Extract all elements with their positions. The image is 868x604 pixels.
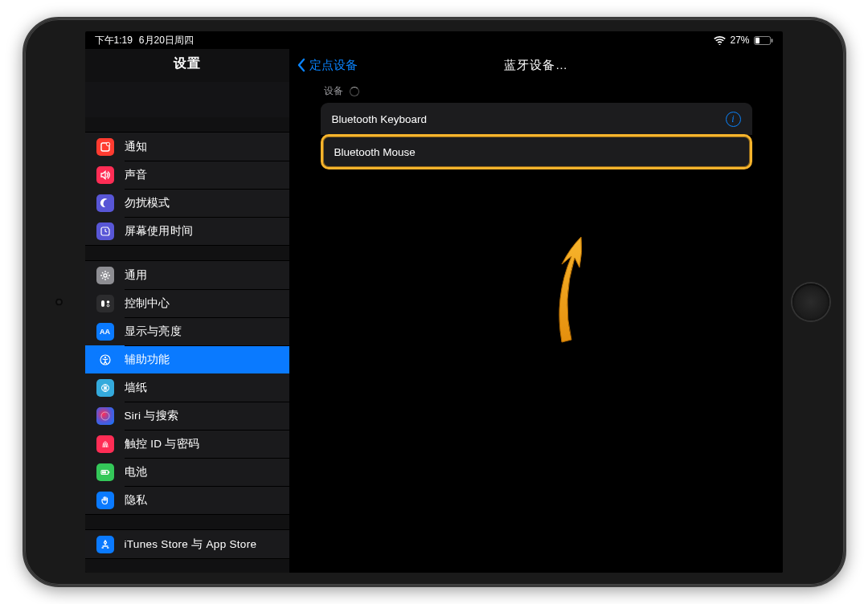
dnd-icon: [96, 194, 114, 212]
svg-point-8: [107, 304, 109, 307]
battery-icon: [754, 36, 773, 45]
device-label: Bluetooth Keyboard: [332, 113, 428, 125]
siri-icon: [96, 407, 114, 425]
sidebar-item-label: 控制中心: [125, 296, 170, 311]
sidebar-item-label: 墙纸: [125, 381, 148, 395]
sidebar-item-label: 触控 ID 与密码: [125, 437, 200, 451]
detail-panel: 定点设备 蓝牙设备… 设备 Bluetooth Keyboard i: [290, 49, 783, 573]
sidebar-item-label: 声音: [125, 168, 148, 182]
control-center-icon: [96, 295, 114, 312]
device-row-mouse[interactable]: Bluetooth Mouse: [321, 134, 752, 169]
settings-sidebar[interactable]: 设置 通知 声音: [85, 49, 290, 573]
sidebar-item-screentime[interactable]: 屏幕使用时间: [85, 217, 289, 245]
svg-rect-6: [101, 300, 104, 307]
general-icon: [96, 267, 114, 284]
sidebar-group-2: 通用 控制中心 AA 显示与亮度: [85, 260, 289, 515]
front-camera: [55, 299, 63, 306]
sidebar-item-privacy[interactable]: 隐私: [85, 486, 289, 514]
sidebar-item-battery[interactable]: 电池: [85, 458, 289, 486]
sidebar-item-label: 隐私: [125, 493, 148, 508]
sidebar-item-label: 屏幕使用时间: [125, 224, 194, 239]
svg-point-4: [106, 142, 109, 145]
sidebar-item-itunes[interactable]: iTunes Store 与 App Store: [85, 530, 289, 558]
svg-rect-15: [108, 471, 109, 472]
display-icon: AA: [96, 323, 114, 341]
svg-point-12: [104, 386, 106, 389]
device-label: Bluetooth Mouse: [334, 146, 416, 158]
status-date: 6月20日周四: [139, 34, 194, 47]
svg-point-5: [104, 274, 107, 277]
devices-list: Bluetooth Keyboard i Bluetooth Mouse: [290, 103, 783, 169]
sidebar-item-display[interactable]: AA 显示与亮度: [85, 317, 289, 345]
annotation-arrow: [547, 234, 604, 357]
sidebar-item-control-center[interactable]: 控制中心: [85, 289, 289, 317]
ipad-frame: 下午1:19 6月20日周四 27% 设置: [23, 17, 846, 587]
sidebar-title: 设置: [85, 49, 289, 82]
back-button[interactable]: 定点设备: [290, 58, 358, 73]
sidebar-item-sounds[interactable]: 声音: [85, 161, 289, 189]
svg-point-10: [104, 356, 105, 357]
sidebar-item-label: 勿扰模式: [125, 196, 170, 210]
sidebar-item-notifications[interactable]: 通知: [85, 133, 289, 161]
svg-point-13: [101, 412, 109, 420]
sidebar-item-label: 通用: [125, 268, 148, 283]
status-bar: 下午1:19 6月20日周四 27%: [85, 31, 783, 49]
svg-rect-1: [755, 37, 759, 43]
touchid-icon: [96, 435, 114, 453]
account-row[interactable]: [85, 82, 289, 117]
spinner-icon: [350, 87, 359, 96]
notifications-icon: [96, 138, 114, 156]
sidebar-item-label: iTunes Store 与 App Store: [125, 537, 257, 552]
sounds-icon: [96, 166, 114, 184]
svg-point-7: [106, 300, 109, 304]
sidebar-item-label: Siri 与搜索: [125, 409, 179, 423]
detail-nav: 定点设备 蓝牙设备…: [290, 49, 783, 81]
svg-rect-2: [771, 39, 772, 43]
sidebar-item-touchid[interactable]: 触控 ID 与密码: [85, 430, 289, 458]
detail-title: 蓝牙设备…: [504, 58, 568, 73]
wallpaper-icon: [96, 379, 114, 397]
svg-rect-16: [102, 471, 106, 473]
sidebar-item-label: 电池: [125, 465, 148, 480]
devices-header: 设备: [290, 81, 783, 103]
accessibility-icon: [96, 351, 114, 369]
wifi-icon: [714, 36, 726, 45]
back-label: 定点设备: [309, 58, 358, 73]
home-button[interactable]: [792, 284, 829, 320]
device-row-keyboard[interactable]: Bluetooth Keyboard i: [321, 103, 752, 135]
sidebar-item-dnd[interactable]: 勿扰模式: [85, 189, 289, 217]
sidebar-item-siri[interactable]: Siri 与搜索: [85, 402, 289, 430]
battery-settings-icon: [96, 463, 114, 481]
sidebar-item-accessibility[interactable]: 辅助功能: [85, 345, 289, 373]
privacy-icon: [96, 492, 114, 509]
sidebar-item-label: 辅助功能: [125, 353, 170, 367]
sidebar-item-label: 通知: [125, 140, 148, 154]
appstore-icon: [96, 536, 114, 553]
info-icon[interactable]: i: [726, 112, 741, 127]
devices-header-label: 设备: [324, 84, 343, 98]
sidebar-group-1: 通知 声音 勿扰模式: [85, 132, 289, 246]
status-time: 下午1:19: [95, 34, 133, 47]
sidebar-group-3: iTunes Store 与 App Store: [85, 529, 289, 559]
screentime-icon: [96, 222, 114, 240]
sidebar-item-label: 显示与亮度: [125, 324, 182, 339]
battery-percent: 27%: [730, 35, 749, 46]
sidebar-item-wallpaper[interactable]: 墙纸: [85, 373, 289, 402]
sidebar-item-general[interactable]: 通用: [85, 261, 289, 289]
